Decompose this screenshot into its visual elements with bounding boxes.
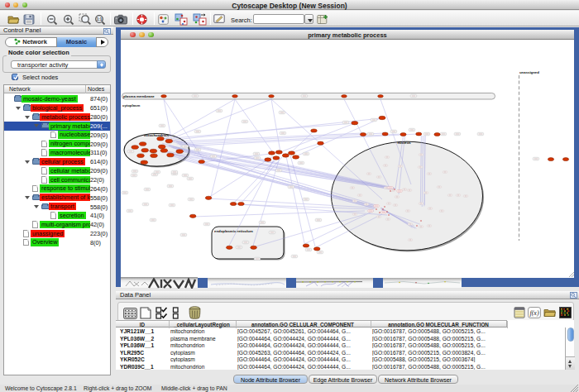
svg-text:endoplasmic reticulum: endoplasmic reticulum — [214, 228, 253, 232]
svg-text:cytoplasm: cytoplasm — [122, 103, 140, 108]
svg-text:nucleus: nucleus — [398, 140, 412, 144]
svg-text:plasma membrane: plasma membrane — [123, 94, 155, 98]
svg-text:1:1: 1:1 — [97, 17, 103, 22]
svg-text:unassigned: unassigned — [519, 69, 539, 74]
svg-text:mitochondrion: mitochondrion — [144, 132, 169, 136]
svg-text:f(x): f(x) — [529, 309, 538, 317]
